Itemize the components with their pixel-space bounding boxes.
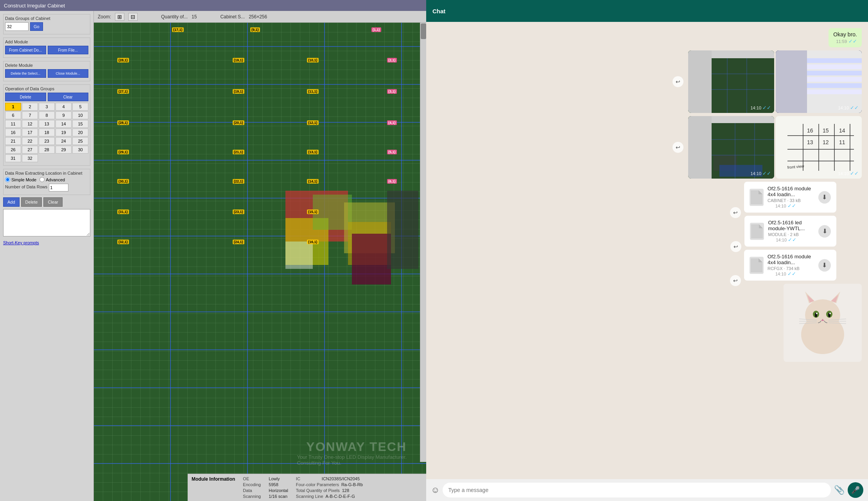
num-cell-23[interactable]: 23 <box>39 137 55 145</box>
num-cell-8[interactable]: 8 <box>39 111 55 119</box>
chat-messages[interactable]: Okay bro. 11:59 ✓✓ ↩ <box>426 22 868 479</box>
num-cell-25[interactable]: 25 <box>72 137 88 145</box>
encoding-key: Encoding <box>243 482 266 487</box>
emoji-btn[interactable]: ☺ <box>431 485 439 495</box>
file-icon-3 <box>750 257 764 274</box>
img-thumb-software-3[interactable]: 14:10 ✓✓ <box>688 116 774 179</box>
zoom-in-btn[interactable]: ⊞ <box>115 13 124 21</box>
file-module[interactable]: Of2.5-1616 led module-YWTL... MODULE · 2… <box>744 216 836 247</box>
ic-key: IC <box>296 476 319 481</box>
img-thumb-led-software[interactable]: 14:10 ✓✓ <box>688 50 774 113</box>
num-cell-26[interactable]: 26 <box>5 146 21 154</box>
num-cell-28[interactable]: 28 <box>39 146 55 154</box>
operation-label: Operation of Data Groups <box>5 86 88 91</box>
svg-rect-18 <box>688 116 712 179</box>
num-cell-21[interactable]: 21 <box>5 137 21 145</box>
num-cell-2[interactable]: 2 <box>22 103 38 111</box>
num-cell-5[interactable]: 5 <box>72 103 88 111</box>
num-cell-22[interactable]: 22 <box>22 137 38 145</box>
msg-text-okay-bro: Okay bro. <box>833 31 857 38</box>
attach-btn[interactable]: 📎 <box>834 485 845 495</box>
num-cell-6[interactable]: 6 <box>5 111 21 119</box>
cell-label-16-1: (16,1) <box>307 240 319 244</box>
num-cell-16[interactable]: 16 <box>5 129 21 136</box>
operation-section: Operation of Data Groups Delete Clear 1 … <box>3 84 90 166</box>
delete-module-label: Delete Module <box>5 63 88 68</box>
num-cell-3[interactable]: 3 <box>39 103 55 111</box>
cell-label-17-1: (17,1) <box>172 27 184 32</box>
cell-label-2-1: (2,1) <box>387 58 397 63</box>
num-cell-18[interactable]: 18 <box>39 129 55 136</box>
delete-button[interactable]: Delete <box>21 197 42 207</box>
mic-btn[interactable]: 🎤 <box>848 482 863 498</box>
cell-label-31-1: (31,1) <box>117 209 129 214</box>
img-thumb-screenshot-2[interactable]: 14:10 ✓✓ <box>776 50 862 113</box>
title-text: Construct Irregular Cabinet <box>4 3 65 9</box>
delete-sel-btn[interactable]: Delete the Select... <box>5 69 46 78</box>
close-module-btn[interactable]: Close Module... <box>48 69 89 78</box>
cell-label-15-1: (15,1) <box>307 209 319 214</box>
delete-group-btn[interactable]: Delete <box>5 93 46 101</box>
zoom-out-btn[interactable]: ⊟ <box>128 13 138 21</box>
num-cell-17[interactable]: 17 <box>22 129 38 136</box>
total-pixels-val: 128 <box>342 488 349 493</box>
num-cell-24[interactable]: 24 <box>56 137 72 145</box>
file-cabinet[interactable]: Of2.5-1616 module 4x4 loadin... CABINET … <box>744 182 836 213</box>
grid-canvas[interactable]: (17,1) (9,1) (1,1) (28,1) (19,1) (10,1) … <box>94 23 426 501</box>
cell-label-14-1: (14,1) <box>307 179 319 184</box>
chat-input-bar: ☺ 📎 🎤 <box>426 479 868 501</box>
download-btn-1[interactable]: ⬇ <box>818 191 831 204</box>
canvas-area: Zoom: ⊞ ⊟ Quantity of... 15 Cabinet S...… <box>94 11 426 501</box>
num-cell-7[interactable]: 7 <box>22 111 38 119</box>
cat-image <box>784 284 862 362</box>
num-cell-13[interactable]: 13 <box>39 120 55 128</box>
quantity-label: Quantity of... <box>161 14 188 20</box>
chat-input[interactable] <box>443 483 831 497</box>
num-cell-27[interactable]: 27 <box>22 146 38 154</box>
file-meta-3: RCFGX · 734 kB 14:10 ✓✓ <box>768 266 814 277</box>
num-cell-19[interactable]: 19 <box>56 129 72 136</box>
add-button[interactable]: Add <box>3 197 20 207</box>
num-cell-4[interactable]: 4 <box>56 103 72 111</box>
num-cell-1[interactable]: 1 <box>5 103 21 111</box>
data-groups-btn[interactable]: Go <box>30 22 43 31</box>
cell-label-23-1: (23,1) <box>233 209 244 214</box>
num-cell-29[interactable]: 29 <box>56 146 72 154</box>
num-cell-10[interactable]: 10 <box>72 111 88 119</box>
clear-group-btn[interactable]: Clear <box>48 93 89 101</box>
download-btn-3[interactable]: ⬇ <box>818 259 831 272</box>
num-cell-15[interactable]: 15 <box>72 120 88 128</box>
num-cell-11[interactable]: 11 <box>5 120 21 128</box>
download-btn-2[interactable]: ⬇ <box>818 225 831 238</box>
data-groups-input[interactable] <box>5 22 29 31</box>
quantity-value: 15 <box>192 14 197 20</box>
notes-textarea[interactable] <box>3 209 90 236</box>
from-file-btn[interactable]: From File... <box>48 46 89 54</box>
vertical-scrollbar[interactable] <box>420 23 426 462</box>
file-rcfgx[interactable]: Of2.5-1616 module 4x4 loadin... RCFGX · … <box>744 250 836 281</box>
num-cell-32[interactable]: 32 <box>22 154 38 162</box>
from-cabinet-btn[interactable]: From Cabinet Do... <box>5 46 46 54</box>
num-data-rows-input[interactable] <box>49 184 68 191</box>
oe-val: Lowly <box>269 476 280 481</box>
share-btn-2[interactable]: ↩ <box>673 142 683 153</box>
num-cell-12[interactable]: 12 <box>22 120 38 128</box>
controls-sidebar: Data Groups of Cabinet Go Add Module Fro… <box>0 11 94 501</box>
oe-key: OE <box>243 476 266 481</box>
num-cell-14[interactable]: 14 <box>56 120 72 128</box>
num-cell-20[interactable]: 20 <box>72 129 88 136</box>
simple-mode-radio[interactable]: Simple Mode <box>5 177 36 182</box>
advanced-radio[interactable]: Advanced <box>39 177 65 182</box>
shortkey-link[interactable]: Short-Key prompts <box>3 240 39 245</box>
share-btn-5[interactable]: ↩ <box>730 275 741 286</box>
svg-rect-13 <box>807 71 862 75</box>
cell-label-4-1: (4,1) <box>387 120 397 125</box>
module-info-label: Module Information <box>192 476 235 482</box>
num-cell-30[interactable]: 30 <box>72 146 88 154</box>
num-cell-31[interactable]: 31 <box>5 154 21 162</box>
num-cell-9[interactable]: 9 <box>56 111 72 119</box>
file-info-2: Of2.5-1616 led module-YWTL... MODULE · 2… <box>768 220 814 243</box>
share-btn-1[interactable]: ↩ <box>673 76 683 87</box>
img-thumb-handwritten[interactable]: 16 15 14 13 12 11 front view 14:10 ✓✓ <box>776 116 862 179</box>
clear-button[interactable]: Clear <box>43 197 62 207</box>
